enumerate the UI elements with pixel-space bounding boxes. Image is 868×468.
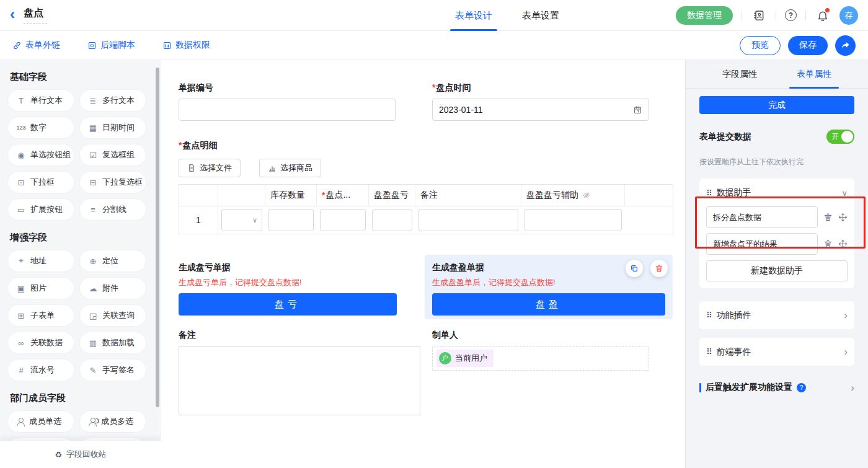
- data-assistant-header[interactable]: ⠿ 数据助手 ∨: [706, 184, 848, 201]
- field-library-sidebar: 基础字段 T单行文本 ≣多行文本 123数字 ▦日期时间 ◉单选按钮组 ☑复选框…: [0, 60, 161, 468]
- sidebar-item-serial-number[interactable]: #流水号: [7, 359, 74, 381]
- data-manage-button[interactable]: 数据管理: [676, 6, 733, 25]
- back-icon[interactable]: ‹: [10, 7, 15, 22]
- pill-label: 手写签名: [102, 364, 135, 376]
- loss-button[interactable]: 盘亏: [179, 293, 397, 316]
- pill-label: 流水号: [30, 364, 55, 376]
- field-bill-number[interactable]: 单据编号: [179, 82, 396, 121]
- check-time-input[interactable]: 2023-01-11: [432, 99, 649, 121]
- data-permission-link[interactable]: 数据权限: [162, 40, 210, 51]
- delete-assistant-button[interactable]: [823, 213, 833, 222]
- drag-handle-icon[interactable]: ⠿: [706, 311, 712, 320]
- gain-card-selected[interactable]: 生成盘盈单据 生成盘盈单后，记得提交盘点数据! 盘盈: [425, 255, 673, 319]
- sidebar-item-member-single[interactable]: 成员单选: [7, 410, 74, 433]
- eye-hidden-icon: [582, 191, 591, 200]
- frontend-event-card[interactable]: ⠿ 前端事件 ›: [699, 338, 854, 366]
- chevron-right-icon[interactable]: ›: [851, 382, 854, 393]
- sidebar-item-member-multi[interactable]: 成员多选: [79, 410, 146, 433]
- bill-number-input[interactable]: [179, 99, 396, 121]
- notification-bell-icon[interactable]: [815, 7, 831, 24]
- sidebar-item-number[interactable]: 123数字: [7, 117, 74, 139]
- assistant-item-split[interactable]: 拆分盘点数据: [706, 206, 818, 228]
- creator-input[interactable]: 户 当前用户: [432, 346, 649, 371]
- sidebar-item-multi-line-text[interactable]: ≣多行文本: [79, 89, 146, 112]
- sidebar-item-attachment[interactable]: ☁附件: [79, 277, 146, 299]
- sidebar-item-checkbox-group[interactable]: ☑复选框组: [79, 144, 146, 166]
- sidebar-item-extend-button[interactable]: ▭扩展按钮: [7, 198, 74, 221]
- user-avatar[interactable]: 存: [839, 6, 858, 25]
- sidebar-scrollbar[interactable]: [156, 68, 159, 407]
- item-dropdown[interactable]: ∨: [221, 209, 262, 231]
- sidebar-item-linked-data[interactable]: ∞关联数据: [7, 332, 74, 354]
- top-bar: ‹ 盘点 表单设计 表单设置 数据管理 ? 存: [0, 0, 868, 31]
- submit-toggle-on[interactable]: 开: [826, 130, 854, 144]
- done-button[interactable]: 完成: [699, 96, 854, 114]
- gain-button[interactable]: 盘盈: [432, 293, 665, 316]
- drag-handle-icon[interactable]: ⠿: [706, 347, 712, 356]
- gain-loss-aux-input[interactable]: [525, 209, 622, 231]
- move-assistant-handle[interactable]: [838, 213, 848, 222]
- sidebar-item-signature[interactable]: ✎手写签名: [79, 359, 146, 381]
- copy-icon: [630, 264, 639, 273]
- sidebar-item-single-line-text[interactable]: T单行文本: [7, 89, 74, 112]
- sidebar-item-datetime[interactable]: ▦日期时间: [79, 117, 146, 139]
- calendar-icon[interactable]: [633, 105, 642, 115]
- select-file-button[interactable]: 选择文件: [179, 159, 241, 177]
- sidebar-item-multi-select[interactable]: ⊟下拉复选框: [79, 171, 146, 193]
- gain-loss-input[interactable]: [372, 209, 412, 231]
- sidebar-item-address[interactable]: ⌖地址: [7, 250, 74, 272]
- label-text: 盘点时间: [436, 82, 471, 92]
- field-recycle-bin[interactable]: ♻ 字段回收站: [0, 441, 161, 468]
- tab-form-props[interactable]: 表单属性: [794, 60, 834, 89]
- new-data-assistant-button[interactable]: 新建数据助手: [706, 260, 848, 281]
- assistant-item-add-result[interactable]: 新增盘点平的结果: [706, 233, 818, 255]
- sidebar-item-data-load[interactable]: ▥数据加载: [79, 332, 146, 354]
- remark-textarea[interactable]: [179, 346, 420, 415]
- sidebar-item-linked-query[interactable]: ◲关联查询: [79, 304, 146, 327]
- field-check-time[interactable]: *盘点时间 2023-01-11: [432, 82, 649, 121]
- header-stock-qty[interactable]: 库存数量: [265, 185, 317, 206]
- select-goods-button[interactable]: 选择商品: [259, 159, 321, 177]
- field-creator[interactable]: 制单人 户 当前用户: [432, 330, 649, 415]
- current-user-tag[interactable]: 户 当前用户: [436, 350, 494, 367]
- plugin-card[interactable]: ⠿ 功能插件 ›: [699, 301, 854, 329]
- post-trigger-section[interactable]: 后置触发扩展功能设置 ? ›: [699, 382, 854, 393]
- sidebar-item-radio-group[interactable]: ◉单选按钮组: [7, 144, 74, 166]
- backend-script-link[interactable]: 后端脚本: [87, 40, 135, 51]
- header-gain-loss-aux[interactable]: 盘盈盘亏辅助: [521, 185, 625, 206]
- help-icon[interactable]: ?: [797, 383, 806, 392]
- header-remark[interactable]: 备注: [415, 185, 521, 206]
- tab-form-settings[interactable]: 表单设置: [517, 0, 564, 31]
- move-assistant-handle[interactable]: [838, 239, 848, 249]
- sidebar-item-location[interactable]: ⊕定位: [79, 250, 146, 272]
- check-qty-input[interactable]: [320, 209, 366, 231]
- chevron-right-icon[interactable]: ›: [844, 310, 848, 320]
- sidebar-item-select[interactable]: ⊡下拉框: [7, 171, 74, 193]
- copy-field-button[interactable]: [626, 260, 643, 277]
- delete-field-button[interactable]: [650, 260, 668, 277]
- address-book-icon[interactable]: [751, 7, 767, 24]
- loss-card[interactable]: 生成盘亏单据 生成盘亏单后，记得提交盘点数据! 盘亏: [179, 255, 397, 316]
- delete-assistant-button[interactable]: [823, 239, 833, 249]
- tab-field-props[interactable]: 字段属性: [720, 60, 760, 89]
- chevron-right-icon[interactable]: ›: [844, 347, 848, 357]
- pill-label: 日期时间: [102, 122, 135, 133]
- header-check-qty[interactable]: *盘点...: [317, 185, 369, 206]
- drag-handle-icon[interactable]: ⠿: [706, 188, 712, 198]
- sidebar-item-subform[interactable]: ⊞子表单: [7, 304, 74, 327]
- header-gain-loss[interactable]: 盘盈盘亏: [369, 185, 415, 206]
- row-remark-input[interactable]: [418, 209, 518, 231]
- form-external-link[interactable]: 表单外链: [12, 40, 60, 51]
- sidebar-item-divider[interactable]: ≡分割线: [79, 198, 146, 221]
- stock-qty-input[interactable]: [268, 209, 314, 231]
- tab-form-design[interactable]: 表单设计: [450, 0, 497, 31]
- linked-query-icon: ◲: [88, 311, 98, 320]
- save-button[interactable]: 保存: [788, 36, 828, 55]
- help-icon[interactable]: ?: [785, 9, 797, 21]
- preview-button[interactable]: 预览: [740, 36, 781, 55]
- field-remark[interactable]: 备注: [179, 330, 396, 415]
- sidebar-item-image[interactable]: ▣图片: [7, 277, 74, 299]
- share-button[interactable]: [835, 35, 856, 56]
- form-title[interactable]: 盘点: [24, 7, 47, 24]
- chevron-down-icon[interactable]: ∨: [841, 188, 848, 198]
